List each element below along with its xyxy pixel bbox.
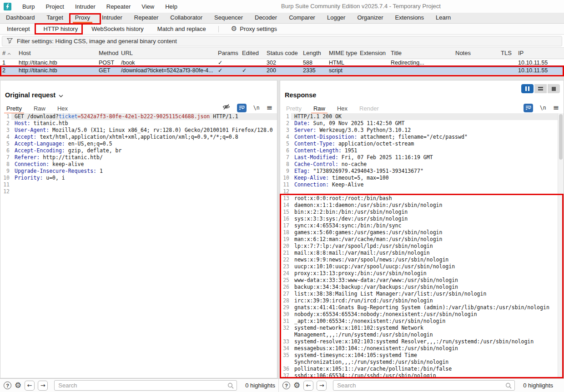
- response-tab-render[interactable]: Render: [359, 105, 379, 112]
- prev-match-button[interactable]: ←: [303, 381, 313, 391]
- tab-collaborator[interactable]: Collaborator: [164, 13, 208, 23]
- request-toolbar-icons: \n ≡: [222, 102, 272, 113]
- menu-item-repeater[interactable]: Repeater: [106, 3, 131, 10]
- hide-headers-eye-off-icon[interactable]: [222, 103, 230, 112]
- column-header-num[interactable]: #: [0, 48, 16, 59]
- cell-notes: [453, 67, 499, 75]
- gear-icon[interactable]: ⚙: [15, 382, 21, 389]
- request-tab-hex[interactable]: Hex: [57, 105, 68, 112]
- soft-wrap-toggle-icon[interactable]: [524, 104, 533, 112]
- tab-extensions[interactable]: Extensions: [389, 13, 430, 23]
- column-header-host[interactable]: Host: [16, 48, 96, 59]
- layout-columns-button[interactable]: [521, 84, 534, 93]
- response-toolbar-icons: \n ≡: [524, 102, 559, 113]
- soft-wrap-toggle-icon[interactable]: [237, 104, 247, 112]
- code-line: 23uucp:x:10:10:uucp:/var/spool/uucp:/usr…: [280, 263, 564, 270]
- tab-logger[interactable]: Logger: [321, 13, 351, 23]
- subtab-http-history[interactable]: HTTP history: [37, 24, 85, 34]
- menu-item-burp[interactable]: Burp: [22, 3, 35, 10]
- tab-organizer[interactable]: Organizer: [351, 13, 389, 23]
- request-panel-title: Original request: [5, 91, 55, 99]
- tab-sequencer[interactable]: Sequencer: [208, 13, 249, 23]
- tab-decoder[interactable]: Decoder: [249, 13, 283, 23]
- request-editor[interactable]: 1GET /download?ticket=5242a7f3-80fe-42e1…: [0, 113, 277, 378]
- request-tab-raw[interactable]: Raw: [34, 105, 45, 112]
- column-header-params[interactable]: Params: [216, 48, 240, 59]
- menu-items: BurpProjectIntruderRepeaterViewHelp: [11, 3, 177, 10]
- code-line: 37sshd:x:106:65534::/run/sshd:/usr/sbin/…: [280, 372, 564, 378]
- response-tab-pretty[interactable]: Pretty: [286, 105, 302, 112]
- tab-learn[interactable]: Learn: [430, 13, 457, 23]
- line-number: 4: [280, 134, 291, 141]
- newline-chars-toggle-icon[interactable]: \n: [253, 105, 260, 111]
- response-tab-raw[interactable]: Raw: [313, 105, 325, 112]
- column-header-mime-type[interactable]: MIME type: [327, 48, 358, 59]
- subtab-proxy-settings[interactable]: ⚙Proxy settings: [224, 24, 284, 34]
- line-number: 5: [280, 141, 291, 147]
- search-field-wrap: [333, 380, 515, 391]
- line-number: 37: [280, 372, 291, 378]
- column-header-edited[interactable]: Edited: [240, 48, 264, 59]
- column-header-length[interactable]: Length: [301, 48, 327, 59]
- help-icon[interactable]: ?: [282, 382, 290, 389]
- code-line: 34messagebus:x:103:104::/nonexistent:/us…: [280, 345, 564, 352]
- menu-item-intruder[interactable]: Intruder: [75, 3, 96, 10]
- tab-proxy[interactable]: Proxy: [69, 13, 96, 23]
- response-tab-hex[interactable]: Hex: [337, 105, 347, 112]
- editor-menu-icon[interactable]: ≡: [553, 104, 559, 111]
- tab-target[interactable]: Target: [41, 13, 69, 23]
- help-icon[interactable]: ?: [4, 382, 11, 389]
- tab-dashboard[interactable]: Dashboard: [0, 13, 41, 23]
- editor-menu-icon[interactable]: ≡: [267, 104, 272, 111]
- code-line: 8Cache-Control: no-cache: [280, 161, 564, 168]
- prev-match-button[interactable]: ←: [25, 381, 35, 391]
- search-input[interactable]: [333, 380, 515, 391]
- response-editor[interactable]: 1HTTP/1.1 200 OK2Date: Sun, 09 Nov 2025 …: [280, 113, 564, 378]
- newline-chars-toggle-icon[interactable]: \n: [540, 105, 546, 111]
- layout-single-button[interactable]: [548, 84, 560, 93]
- code-line: 22news:x:9:9:news:/var/spool/news:/usr/s…: [280, 256, 564, 263]
- scrollbar-thumb[interactable]: [559, 114, 563, 160]
- column-header-url[interactable]: URL: [119, 48, 216, 59]
- request-tab-pretty[interactable]: Pretty: [6, 105, 22, 112]
- column-header-method[interactable]: Method: [96, 48, 119, 59]
- subtab-match-and-replace[interactable]: Match and replace: [151, 24, 213, 34]
- line-number: 3: [280, 127, 291, 134]
- line-number: 2: [0, 120, 11, 127]
- cell-edited: [240, 59, 264, 67]
- search-input[interactable]: [54, 380, 237, 391]
- tab-comparer[interactable]: Comparer: [283, 13, 321, 23]
- menu-item-help[interactable]: Help: [165, 3, 177, 10]
- tab-intruder[interactable]: Intruder: [96, 13, 128, 23]
- tab-repeater[interactable]: Repeater: [128, 13, 164, 23]
- cell-url: /book: [119, 59, 216, 67]
- cell-length: 2335: [301, 67, 327, 75]
- code-line: 32systemd-network:x:101:102:systemd Netw…: [280, 325, 564, 338]
- table-row-1[interactable]: 1http://titanic.htbPOST/book✓302588HTMLR…: [0, 59, 564, 67]
- code-line: 1GET /download?ticket=5242a7f3-80fe-42e1…: [0, 113, 277, 120]
- gear-icon[interactable]: ⚙: [293, 382, 300, 389]
- subtab-websockets-history[interactable]: WebSockets history: [85, 24, 151, 34]
- filter-settings-bar[interactable]: Filter settings: Hiding CSS, image and g…: [2, 36, 562, 46]
- column-header-notes[interactable]: Notes: [453, 48, 499, 59]
- column-header-extension[interactable]: Extension: [358, 48, 388, 59]
- request-panel-title-dropdown[interactable]: Original request: [5, 91, 63, 99]
- line-number: 7: [280, 154, 291, 161]
- cell-method: GET: [96, 67, 119, 75]
- menu-item-project[interactable]: Project: [45, 3, 64, 10]
- column-header-status-code[interactable]: Status code: [264, 48, 301, 59]
- column-header-tls[interactable]: TLS: [499, 48, 516, 59]
- line-number: 25: [280, 277, 291, 284]
- next-match-button[interactable]: →: [38, 381, 48, 391]
- column-header-title[interactable]: Title: [388, 48, 453, 59]
- column-header-ip[interactable]: IP: [516, 48, 564, 59]
- response-scrollbar[interactable]: [558, 113, 564, 378]
- next-match-button[interactable]: →: [317, 381, 327, 391]
- layout-rows-button[interactable]: [534, 84, 547, 93]
- table-row-2[interactable]: 2http://titanic.htbGET/download?ticket=5…: [0, 67, 564, 75]
- window-title: Burp Suite Community Edition v2025.7.4 -…: [281, 0, 441, 13]
- subtab-intercept[interactable]: Intercept: [0, 24, 37, 34]
- code-line: 19man:x:6:12:man:/var/cache/man:/usr/sbi…: [280, 236, 564, 243]
- code-line: 2Host: titanic.htb: [0, 120, 277, 127]
- menu-item-view[interactable]: View: [141, 3, 154, 10]
